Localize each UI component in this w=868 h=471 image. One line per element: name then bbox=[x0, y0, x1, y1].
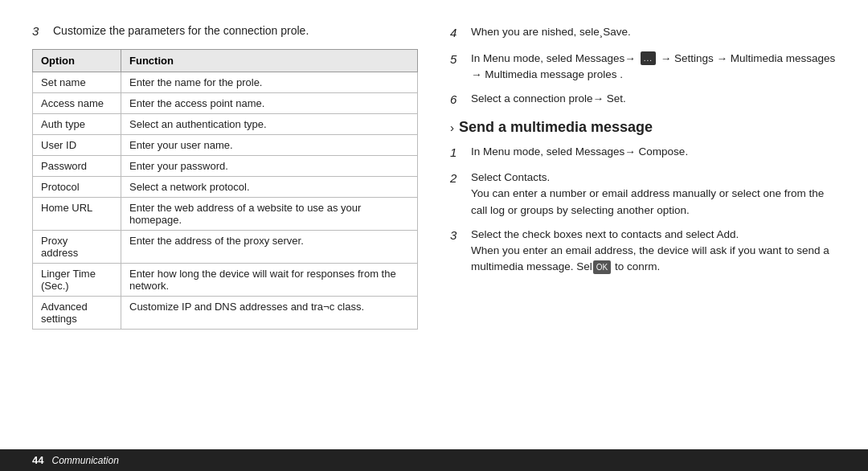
table-cell-option: Set name bbox=[33, 72, 121, 93]
right-step3-text: Select the check boxes next to contacts … bbox=[471, 227, 836, 276]
right-column: 4 When you are ­nished, sele¸Save. 5 In … bbox=[450, 24, 836, 449]
section-title: › Send a multimedia message bbox=[450, 119, 836, 136]
table-row: Home URLEnter the web address of a websi… bbox=[33, 198, 418, 231]
table-cell-function: Enter your password. bbox=[121, 156, 418, 177]
col-option: Option bbox=[33, 50, 121, 72]
step4-number: 4 bbox=[450, 24, 465, 43]
step4-text: When you are ­nished, sele¸Save. bbox=[471, 24, 836, 43]
table-row: User IDEnter your user name. bbox=[33, 135, 418, 156]
table-row: Linger Time (Sec.)Enter how long the dev… bbox=[33, 264, 418, 297]
table-row: Access nameEnter the access point name. bbox=[33, 93, 418, 114]
footer: 44 Communication bbox=[0, 449, 868, 471]
table-cell-function: Enter the web address of a website to us… bbox=[121, 198, 418, 231]
page-number: 44 bbox=[32, 454, 43, 466]
table-cell-function: Enter how long the device will wait for … bbox=[121, 264, 418, 297]
table-row: PasswordEnter your password. bbox=[33, 156, 418, 177]
ok-badge: OK bbox=[593, 260, 611, 274]
right-step2-item: 2 Select Contacts. You can enter a numbe… bbox=[450, 170, 836, 219]
section-title-text: Send a multimedia message bbox=[459, 119, 653, 136]
section-chevron: › bbox=[450, 121, 454, 134]
table-cell-function: Enter the access point name. bbox=[121, 93, 418, 114]
table-cell-function: Enter your user name. bbox=[121, 135, 418, 156]
step5-number: 5 bbox=[450, 51, 465, 84]
table-cell-option: Home URL bbox=[33, 198, 121, 231]
table-cell-function: Enter the address of the proxy server. bbox=[121, 231, 418, 264]
table-header-row: Option Function bbox=[33, 50, 418, 72]
col-function: Function bbox=[121, 50, 418, 72]
table-row: ProtocolSelect a network protocol. bbox=[33, 177, 418, 198]
table-cell-option: Proxy address bbox=[33, 231, 121, 264]
table-cell-option: Protocol bbox=[33, 177, 121, 198]
step6-item: 6 Select a connection pro­le→ Set. bbox=[450, 91, 836, 109]
step5-item: 5 In Menu mode, seled Messages→ ... → Se… bbox=[450, 51, 836, 84]
right-step3-item: 3 Select the check boxes next to contact… bbox=[450, 227, 836, 276]
step6-number: 6 bbox=[450, 91, 465, 109]
table-cell-option: Password bbox=[33, 156, 121, 177]
step3-intro: 3 Customize the parameters for the conne… bbox=[32, 24, 418, 38]
table-row: Auth typeSelect an authentication type. bbox=[33, 114, 418, 135]
menu-icon: ... bbox=[641, 51, 656, 65]
table-cell-option: Access name bbox=[33, 93, 121, 114]
options-table: Option Function Set nameEnter the name f… bbox=[32, 49, 418, 330]
right-step3-number: 3 bbox=[450, 227, 465, 276]
step5-text-before: In Menu mode, seled Messages→ bbox=[471, 52, 636, 64]
right-step2-text: Select Contacts. You can enter a number … bbox=[471, 170, 836, 219]
right-step1-number: 1 bbox=[450, 144, 465, 162]
step3-number: 3 bbox=[32, 24, 47, 38]
table-cell-function: Customize IP and DNS addresses and tra¬c… bbox=[121, 297, 418, 330]
page-label: Communication bbox=[51, 455, 118, 466]
table-row: Proxy addressEnter the address of the pr… bbox=[33, 231, 418, 264]
step6-text: Select a connection pro­le→ Set. bbox=[471, 91, 836, 109]
table-cell-function: Enter the name for the pro­le. bbox=[121, 72, 418, 93]
table-row: Set nameEnter the name for the pro­le. bbox=[33, 72, 418, 93]
table-cell-option: User ID bbox=[33, 135, 121, 156]
table-cell-option: Auth type bbox=[33, 114, 121, 135]
table-cell-option: Linger Time (Sec.) bbox=[33, 264, 121, 297]
step4-item: 4 When you are ­nished, sele¸Save. bbox=[450, 24, 836, 43]
step3-text: Customize the parameters for the connect… bbox=[53, 24, 309, 38]
right-step1-text: In Menu mode, seled Messages→ Compose. bbox=[471, 144, 836, 162]
step5-text: In Menu mode, seled Messages→ ... → Sett… bbox=[471, 51, 836, 84]
right-step1-item: 1 In Menu mode, seled Messages→ Compose. bbox=[450, 144, 836, 162]
table-cell-option: Advanced settings bbox=[33, 297, 121, 330]
table-cell-function: Select a network protocol. bbox=[121, 177, 418, 198]
left-column: 3 Customize the parameters for the conne… bbox=[32, 24, 418, 449]
table-row: Advanced settingsCustomize IP and DNS ad… bbox=[33, 297, 418, 330]
table-cell-function: Select an authentication type. bbox=[121, 114, 418, 135]
right-step2-number: 2 bbox=[450, 170, 465, 219]
